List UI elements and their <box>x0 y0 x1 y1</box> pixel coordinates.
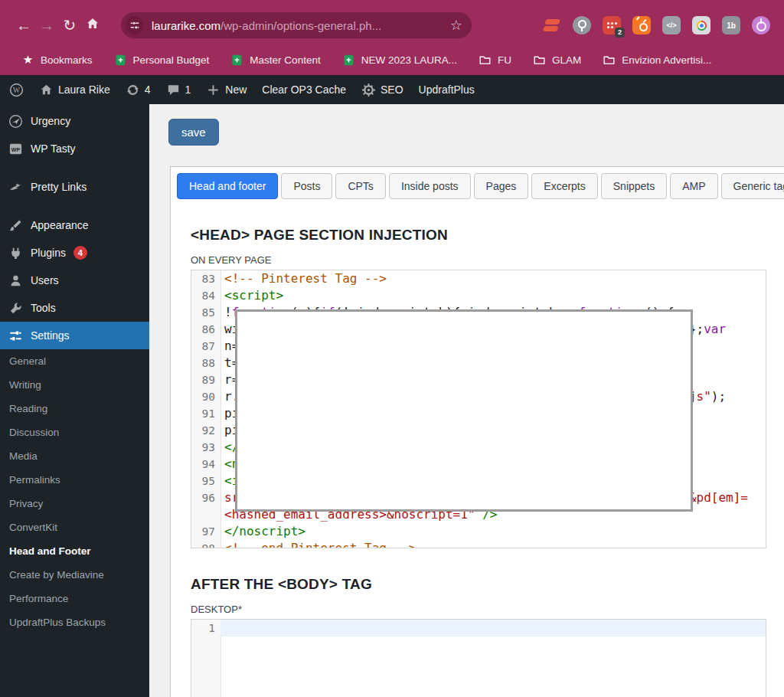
pretty-links-icon <box>8 179 23 195</box>
sidebar-item-appearance[interactable]: Appearance <box>0 211 149 239</box>
sidebar-item-plugins[interactable]: Plugins4 <box>0 239 149 267</box>
code-token: <script> <box>224 288 283 303</box>
appearance-icon <box>8 218 23 233</box>
bookmark-personal-budget[interactable]: Personal Budget <box>114 54 210 67</box>
submenu-discussion[interactable]: Discussion <box>0 420 149 444</box>
line-number: 95 <box>191 473 220 489</box>
tab-head-and-footer[interactable]: Head and footer <box>177 173 278 199</box>
admin-bar-wp-logo[interactable]: W <box>9 83 24 97</box>
submenu-general[interactable]: General <box>0 349 149 373</box>
svg-text:WP: WP <box>11 146 20 152</box>
submenu-writing[interactable]: Writing <box>0 373 149 397</box>
admin-bar-label: UpdraftPlus <box>419 83 475 96</box>
update-icon <box>126 83 140 97</box>
tab-snippets[interactable]: Snippets <box>601 173 667 199</box>
code-text <box>220 620 766 636</box>
code-extension-icon[interactable]: </> <box>662 16 681 34</box>
submenu-head-and-footer[interactable]: Head and Footer <box>0 539 149 563</box>
tab-excerpts[interactable]: Excerpts <box>531 173 597 199</box>
code-token: <!-- Pinterest Tag --> <box>224 271 387 286</box>
line-number: 90 <box>191 388 220 405</box>
tab-posts[interactable]: Posts <box>281 173 332 199</box>
sidebar-item-tools[interactable]: Tools <box>0 294 149 322</box>
bookmark-label: Master Content <box>250 54 320 66</box>
onetab-extension-icon[interactable]: 1b <box>722 16 740 34</box>
bookmark-label: GLAM <box>552 54 581 66</box>
power-extension-icon[interactable] <box>752 16 770 34</box>
desktop-label: DESKTOP* <box>191 604 784 615</box>
sidebar-item-pretty-links[interactable]: Pretty Links <box>0 173 149 201</box>
admin-bar-clear-op3-cache[interactable]: Clear OP3 Cache <box>262 83 346 96</box>
line-number: 96 <box>191 489 220 506</box>
sidebar-item-users[interactable]: Users <box>0 267 149 294</box>
browser-chrome: ← → ↻ laurarike.com/wp-admin/options-gen… <box>0 0 784 75</box>
extension-badge: 2 <box>615 28 625 38</box>
bookmark-folder-fu[interactable]: FU <box>479 54 511 67</box>
tab-generic-tags[interactable]: Generic tags <box>721 173 784 199</box>
tab-inside-posts[interactable]: Inside posts <box>389 173 471 199</box>
code-line: 1 <box>191 620 766 636</box>
admin-bar-updraftplus[interactable]: UpdraftPlus <box>419 83 475 96</box>
tab-pages[interactable]: Pages <box>474 173 529 199</box>
svg-text:W: W <box>13 86 20 93</box>
chrome-extension-icon[interactable] <box>692 16 710 34</box>
admin-bar-seo[interactable]: SEO <box>361 83 403 97</box>
admin-bar-comments[interactable]: 1 <box>166 83 191 97</box>
sheets-icon <box>114 54 127 67</box>
forward-icon[interactable]: → <box>35 17 58 34</box>
sidebar-item-label: Tools <box>31 302 56 314</box>
sheets-icon <box>342 54 355 67</box>
seo-gear-icon <box>361 83 376 97</box>
submenu-updraftplus-backups[interactable]: UpdraftPlus Backups <box>0 610 149 634</box>
submenu-create-by-mediavine[interactable]: Create by Mediavine <box>0 563 149 587</box>
code-text: <!-- Pinterest Tag --> <box>220 270 766 287</box>
bookmark-folder-glam[interactable]: GLAM <box>533 54 581 67</box>
site-settings-icon[interactable] <box>126 16 144 34</box>
tab-cpts[interactable]: CPTs <box>335 173 385 199</box>
line-number: 84 <box>191 287 220 304</box>
line-number: 87 <box>191 338 220 355</box>
bookmark-label: Bookmarks <box>41 54 93 66</box>
code-token: ); <box>711 389 726 404</box>
pinterest-extension-icon[interactable] <box>573 16 591 34</box>
body-code-editor[interactable]: 1 <box>191 619 766 697</box>
folder-icon <box>603 54 616 67</box>
submenu-permalinks[interactable]: Permalinks <box>0 468 149 492</box>
folder-icon <box>533 54 546 67</box>
bookmark-bookmarks[interactable]: ★Bookmarks <box>21 54 93 67</box>
sidebar-item-settings[interactable]: Settings <box>0 322 149 349</box>
bookmark-label: Personal Budget <box>133 54 210 66</box>
back-icon[interactable]: ← <box>12 17 35 34</box>
expressvpn-extension-icon[interactable] <box>543 16 561 34</box>
admin-bar-site-name[interactable]: Laura Rike <box>39 83 110 97</box>
dots-extension-icon[interactable]: 2 <box>603 16 621 34</box>
save-button[interactable]: save <box>168 119 219 146</box>
tab-amp[interactable]: AMP <box>670 173 717 199</box>
folder-icon <box>479 54 492 67</box>
bookmark-master-content[interactable]: Master Content <box>230 54 320 67</box>
sidebar-separator <box>0 201 149 211</box>
bookmark-new-2023-laura[interactable]: NEW 2023 LAURA... <box>342 54 457 67</box>
wordpress-icon: W <box>9 83 24 97</box>
submenu-reading[interactable]: Reading <box>0 397 149 420</box>
admin-bar-label: Laura Rike <box>58 83 110 96</box>
submenu-media[interactable]: Media <box>0 444 149 468</box>
bookmark-folder-envizion[interactable]: Envizion Advertisi... <box>603 54 711 67</box>
browser-home-icon[interactable] <box>81 16 104 35</box>
sidebar-item-label: Urgency <box>31 115 70 127</box>
address-bar[interactable]: laurarike.com/wp-admin/options-general.p… <box>121 12 472 38</box>
tab-strip: Head and footerPostsCPTsInside postsPage… <box>177 173 784 199</box>
reload-icon[interactable]: ↻ <box>58 16 81 34</box>
admin-bar-new-content[interactable]: New <box>206 83 247 97</box>
line-number: 92 <box>191 422 220 439</box>
submenu-performance[interactable]: Performance <box>0 587 149 610</box>
submenu-privacy[interactable]: Privacy <box>0 492 149 515</box>
admin-bar-updates[interactable]: 4 <box>126 83 151 97</box>
hubspot-extension-icon[interactable] <box>632 16 651 34</box>
bookmark-star-icon[interactable]: ☆ <box>450 17 462 34</box>
sidebar-item-wp-tasty[interactable]: WPWP Tasty <box>0 135 149 162</box>
submenu-convertkit[interactable]: ConvertKit <box>0 515 149 539</box>
sidebar-item-urgency[interactable]: Urgency <box>0 107 149 135</box>
code-line: 97</noscript> <box>191 523 766 540</box>
code-token: var <box>704 322 726 336</box>
